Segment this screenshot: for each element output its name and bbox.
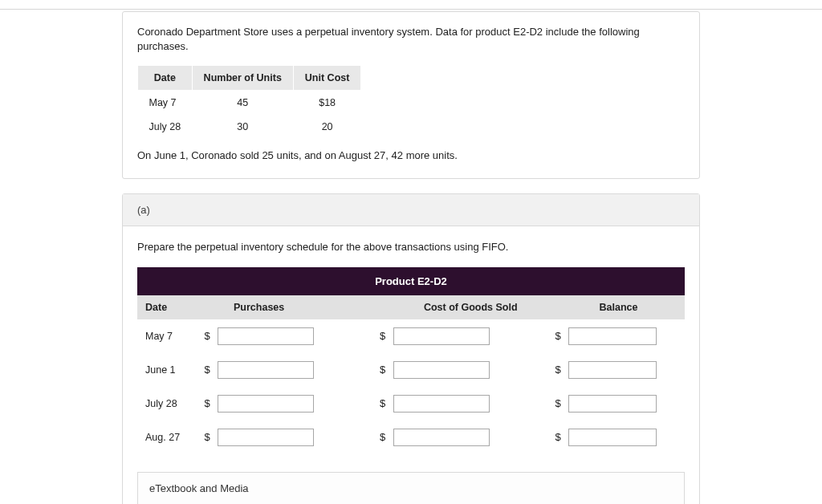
- dollar-icon: $: [377, 330, 389, 342]
- schedule-title: Product E2-D2: [137, 267, 685, 295]
- row-date: June 1: [137, 364, 201, 376]
- dollar-icon: $: [552, 431, 564, 443]
- col-date-label: Date: [137, 295, 201, 319]
- sales-note: On June 1, Coronado sold 25 units, and o…: [137, 148, 685, 163]
- cell-cost: $18: [293, 91, 361, 116]
- dollar-icon: $: [201, 431, 213, 443]
- dollar-icon: $: [377, 397, 389, 409]
- dollar-icon: $: [377, 431, 389, 443]
- inventory-schedule: Product E2-D2 Date Purchases Cost of Goo…: [137, 267, 685, 454]
- schedule-row: May 7 $ $ $: [137, 319, 685, 353]
- cogs-input[interactable]: [393, 327, 490, 345]
- dollar-icon: $: [552, 330, 564, 342]
- row-date: Aug. 27: [137, 432, 201, 443]
- balance-input[interactable]: [568, 395, 657, 413]
- cell-units: 30: [192, 115, 293, 139]
- purchases-card: Coronado Department Store uses a perpetu…: [122, 11, 700, 179]
- dollar-icon: $: [377, 364, 389, 376]
- col-cogs-label: Cost of Goods Sold: [389, 295, 553, 319]
- dollar-icon: $: [201, 364, 213, 376]
- dollar-icon: $: [552, 364, 564, 376]
- balance-input[interactable]: [568, 429, 657, 446]
- part-a-card: (a) Prepare the perpetual inventory sche…: [122, 193, 700, 504]
- balance-input[interactable]: [568, 361, 657, 379]
- col-purchases-label: Purchases: [201, 295, 389, 319]
- dollar-icon: $: [201, 397, 213, 409]
- row-date: May 7: [137, 331, 201, 342]
- schedule-row: Aug. 27 $ $ $: [137, 421, 685, 454]
- cell-cost: 20: [293, 115, 361, 139]
- schedule-row: July 28 $ $ $: [137, 387, 685, 421]
- etextbook-button[interactable]: eTextbook and Media: [137, 472, 685, 504]
- schedule-header: Date Purchases Cost of Goods Sold Balanc…: [137, 295, 685, 319]
- table-row: July 28 30 20: [138, 115, 361, 139]
- instruction-text: Prepare the perpetual inventory schedule…: [137, 241, 685, 253]
- cell-units: 45: [192, 91, 293, 116]
- purchases-input[interactable]: [218, 429, 314, 446]
- col-cost: Unit Cost: [293, 66, 361, 91]
- col-balance-label: Balance: [552, 295, 685, 319]
- purchase-table: Date Number of Units Unit Cost May 7 45 …: [137, 65, 361, 139]
- col-date: Date: [138, 66, 193, 91]
- cogs-input[interactable]: [393, 395, 490, 413]
- intro-text: Coronado Department Store uses a perpetu…: [137, 25, 685, 54]
- cogs-input[interactable]: [393, 361, 490, 379]
- purchases-input[interactable]: [218, 327, 314, 345]
- row-date: July 28: [137, 398, 201, 409]
- cell-date: July 28: [138, 115, 193, 139]
- dollar-icon: $: [201, 330, 213, 342]
- cogs-input[interactable]: [393, 429, 490, 446]
- dollar-icon: $: [552, 397, 564, 409]
- schedule-row: June 1 $ $ $: [137, 353, 685, 387]
- table-row: May 7 45 $18: [138, 91, 361, 116]
- purchases-input[interactable]: [218, 395, 314, 413]
- cell-date: May 7: [138, 91, 193, 116]
- part-label: (a): [123, 194, 699, 226]
- balance-input[interactable]: [568, 327, 657, 345]
- col-units: Number of Units: [192, 66, 293, 91]
- purchases-input[interactable]: [218, 361, 314, 379]
